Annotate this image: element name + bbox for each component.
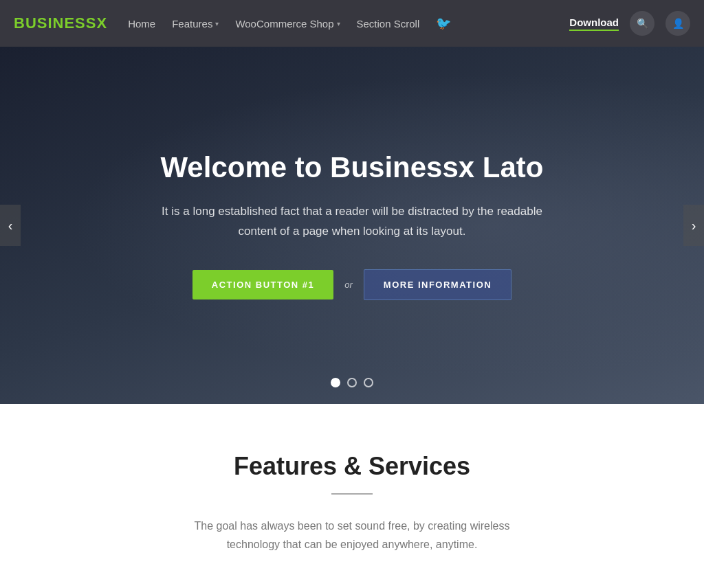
nav-features[interactable]: Features ▾ — [172, 18, 219, 30]
download-link[interactable]: Download — [569, 16, 619, 31]
features-divider — [331, 493, 373, 495]
features-title: Features & Services — [28, 452, 676, 481]
slider-dots — [331, 378, 373, 387]
chevron-down-icon: ▾ — [337, 20, 340, 27]
hero-title: Welcome to Businessx Lato — [153, 150, 551, 185]
search-button[interactable]: 🔍 — [630, 11, 654, 36]
user-icon: 👤 — [672, 18, 684, 29]
slider-dot-2[interactable] — [347, 378, 357, 387]
hero-buttons: ACTION BUTTON #1 or MORE INFORMATION — [153, 269, 551, 300]
more-info-button[interactable]: MORE INFORMATION — [364, 269, 512, 300]
user-button[interactable]: 👤 — [666, 11, 690, 36]
nav-home-label: Home — [128, 18, 155, 30]
nav-woocommerce-label: WooCommerce Shop — [235, 18, 333, 30]
action-button[interactable]: ACTION BUTTON #1 — [192, 270, 333, 299]
features-section: Features & Services The goal has always … — [0, 404, 704, 588]
nav-section-scroll-label: Section Scroll — [357, 18, 420, 30]
chevron-down-icon: ▾ — [215, 20, 219, 27]
brand-logo[interactable]: BUSINESSX — [14, 14, 107, 32]
hero-next-arrow[interactable]: › — [683, 205, 704, 246]
hero-prev-arrow[interactable]: ‹ — [0, 205, 21, 246]
nav-features-label: Features — [172, 18, 212, 30]
brand-name-suffix: X — [96, 14, 107, 32]
features-subtitle: The goal has always been to set sound fr… — [187, 517, 517, 554]
or-label: or — [344, 280, 353, 290]
nav-woocommerce[interactable]: WooCommerce Shop ▾ — [235, 18, 340, 30]
twitter-icon[interactable]: 🐦 — [436, 16, 451, 31]
hero-content: Welcome to Businessx Lato It is a long e… — [139, 150, 565, 299]
hero-section: ‹ Welcome to Businessx Lato It is a long… — [0, 47, 704, 404]
slider-dot-1[interactable] — [331, 378, 340, 387]
navbar: BUSINESSX Home Features ▾ WooCommerce Sh… — [0, 0, 704, 47]
nav-right: Download 🔍 👤 — [569, 11, 690, 36]
slider-dot-3[interactable] — [364, 378, 373, 387]
nav-section-scroll[interactable]: Section Scroll — [357, 18, 420, 30]
nav-home[interactable]: Home — [128, 18, 155, 30]
nav-links: Home Features ▾ WooCommerce Shop ▾ Secti… — [128, 16, 569, 31]
search-icon: 🔍 — [637, 18, 648, 29]
hero-subtitle: It is a long established fact that a rea… — [153, 202, 551, 242]
brand-name-prefix: BUSINESS — [14, 14, 96, 32]
